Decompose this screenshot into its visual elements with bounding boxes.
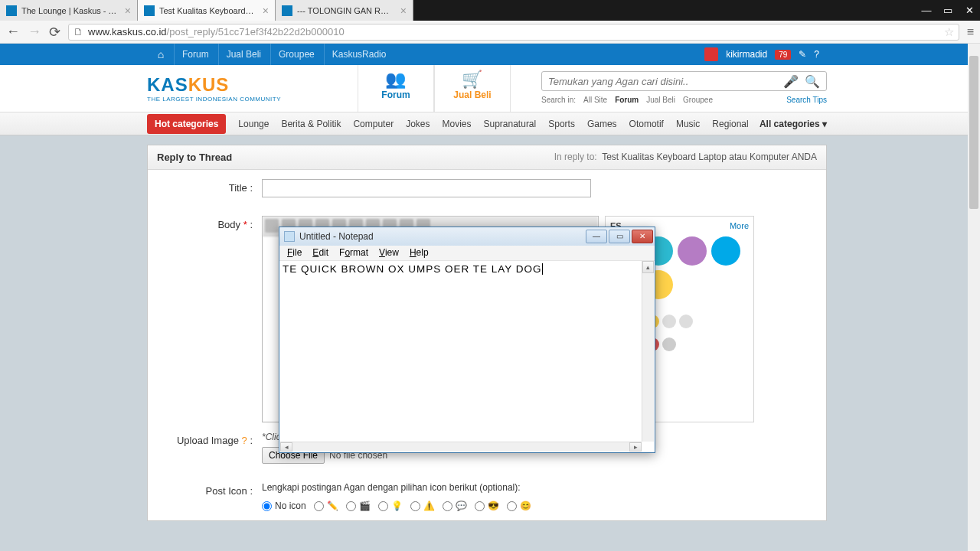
scroll-right-icon[interactable]: ▸ [629, 442, 642, 452]
menu-help[interactable]: Help [405, 246, 433, 260]
search-tips-link[interactable]: Search Tips [786, 96, 827, 104]
radio-input[interactable] [507, 501, 517, 511]
browser-tab-active[interactable]: Test Kualitas Keyboard La× [138, 0, 276, 21]
search-scope[interactable]: Jual Beli [646, 96, 675, 104]
thread-link[interactable]: Test Kualitas Keyboard Laptop atau Kompu… [602, 152, 817, 162]
home-icon[interactable]: ⌂ [149, 48, 172, 60]
category-link[interactable]: Movies [436, 119, 477, 129]
posticon-option[interactable]: No icon [262, 500, 306, 511]
category-link[interactable]: Jokes [400, 119, 436, 129]
category-link[interactable]: Sports [542, 119, 581, 129]
posticon-option[interactable]: 💡 [378, 500, 403, 511]
notepad-hscrollbar[interactable]: ◂▸ [280, 442, 642, 452]
reload-button[interactable]: ⟳ [49, 24, 60, 41]
search-input[interactable] [548, 76, 783, 87]
smiley-icon[interactable] [679, 315, 693, 328]
notepad-window[interactable]: Untitled - Notepad — ▭ ✕ File Edit Forma… [279, 227, 655, 453]
address-bar[interactable]: 🗋 www.kaskus.co.id/post_reply/51cc71ef3f… [68, 24, 959, 41]
posticon-option[interactable]: ⚠️ [410, 500, 435, 511]
topbar-link[interactable]: Jual Beli [218, 44, 269, 65]
search-scope[interactable]: All Site [583, 96, 607, 104]
logo-tagline: THE LARGEST INDONESIAN COMMUNITY [147, 96, 281, 103]
forum-icon: 👥 [358, 70, 433, 90]
notepad-close-button[interactable]: ✕ [632, 230, 653, 243]
posticon-option[interactable]: 😊 [507, 500, 531, 511]
window-maximize-icon[interactable]: ▭ [937, 0, 959, 21]
posticon-option[interactable]: 😎 [475, 500, 499, 511]
search-in-label: Search in: [541, 96, 576, 104]
posticon-option[interactable]: 🎬 [346, 500, 371, 511]
smiley-icon[interactable] [678, 236, 707, 266]
mic-icon[interactable]: 🎤 [783, 74, 799, 89]
help-icon[interactable]: ? [814, 49, 819, 60]
scroll-up-icon[interactable]: ▴ [642, 261, 654, 273]
topbar-link[interactable]: Forum [174, 44, 217, 65]
body-label: Body * : [158, 216, 262, 230]
site-logo[interactable]: KASKUS THE LARGEST INDONESIAN COMMUNITY [147, 65, 312, 112]
scroll-left-icon[interactable]: ◂ [280, 442, 292, 452]
back-button[interactable]: ← [6, 24, 20, 40]
browser-toolbar: ← → ⟳ 🗋 www.kaskus.co.id/post_reply/51cc… [0, 21, 980, 44]
notification-badge[interactable]: 79 [775, 50, 791, 60]
tab-close-icon[interactable]: × [263, 5, 269, 17]
search-icon[interactable]: 🔍 [805, 74, 820, 89]
menu-file[interactable]: File [283, 246, 306, 260]
tab-label: Jual Beli [453, 90, 491, 100]
smilies-more-link[interactable]: More [730, 221, 749, 230]
pencil-icon[interactable]: ✎ [799, 49, 806, 60]
forward-button[interactable]: → [28, 24, 41, 40]
posticon-option[interactable]: ✏️ [314, 500, 338, 511]
notepad-maximize-button[interactable]: ▭ [609, 230, 630, 243]
browser-menu-icon[interactable]: ≡ [967, 25, 974, 39]
notepad-vscrollbar[interactable]: ▴ [642, 261, 654, 442]
all-categories-dropdown[interactable]: All categories [760, 119, 827, 129]
menu-edit[interactable]: Edit [308, 246, 333, 260]
notepad-textarea[interactable]: TE QUICK BROWN OX UMPS OER TE LAY DOG [279, 261, 655, 442]
tab-forum[interactable]: 👥Forum [358, 65, 434, 112]
radio-input[interactable] [378, 501, 388, 511]
radio-input[interactable] [262, 501, 272, 511]
posticon-option[interactable]: 💬 [443, 500, 467, 511]
browser-tab[interactable]: The Lounge | Kaskus - The× [0, 0, 138, 21]
bookmark-star-icon[interactable]: ☆ [944, 25, 954, 39]
topbar-link[interactable]: KaskusRadio [324, 44, 394, 65]
title-input[interactable] [262, 179, 591, 197]
page-scrollbar[interactable] [968, 44, 980, 551]
smiley-icon[interactable] [662, 315, 676, 328]
search-scope-active[interactable]: Forum [615, 96, 639, 104]
window-close-icon[interactable]: ✕ [959, 0, 980, 21]
avatar[interactable] [704, 47, 718, 61]
radio-input[interactable] [314, 501, 324, 511]
tab-title: Test Kualitas Keyboard La [159, 6, 255, 15]
category-link[interactable]: Berita & Politik [275, 119, 347, 129]
username[interactable]: kikirmadid [726, 49, 767, 60]
radio-input[interactable] [443, 501, 452, 511]
category-link[interactable]: Music [670, 119, 706, 129]
category-link[interactable]: Regional [706, 119, 754, 129]
logo-text: KAS [147, 74, 188, 95]
radio-input[interactable] [475, 501, 485, 511]
tab-close-icon[interactable]: × [125, 5, 131, 17]
category-link[interactable]: Supranatural [478, 119, 543, 129]
radio-input[interactable] [346, 501, 356, 511]
title-label: Title : [158, 179, 262, 194]
menu-format[interactable]: Format [335, 246, 373, 260]
category-link[interactable]: Lounge [232, 119, 275, 129]
browser-tab[interactable]: --- TOLONGIN GAN RUM× [276, 0, 413, 21]
topbar-link[interactable]: Groupee [270, 44, 322, 65]
search-scope[interactable]: Groupee [683, 96, 713, 104]
window-minimize-icon[interactable]: — [916, 0, 937, 21]
hot-categories-button[interactable]: Hot categories [147, 114, 226, 134]
scrollbar-thumb[interactable] [969, 56, 978, 209]
menu-view[interactable]: View [374, 246, 403, 260]
smiley-icon[interactable] [711, 236, 740, 266]
category-link[interactable]: Otomotif [623, 119, 670, 129]
tab-jualbeli[interactable]: 🛒Jual Beli [434, 65, 511, 112]
notepad-minimize-button[interactable]: — [586, 230, 607, 243]
notepad-titlebar[interactable]: Untitled - Notepad — ▭ ✕ [279, 227, 655, 246]
radio-input[interactable] [410, 501, 420, 511]
category-link[interactable]: Computer [347, 119, 400, 129]
category-link[interactable]: Games [581, 119, 623, 129]
tab-close-icon[interactable]: × [400, 5, 407, 17]
smiley-icon[interactable] [662, 337, 676, 351]
